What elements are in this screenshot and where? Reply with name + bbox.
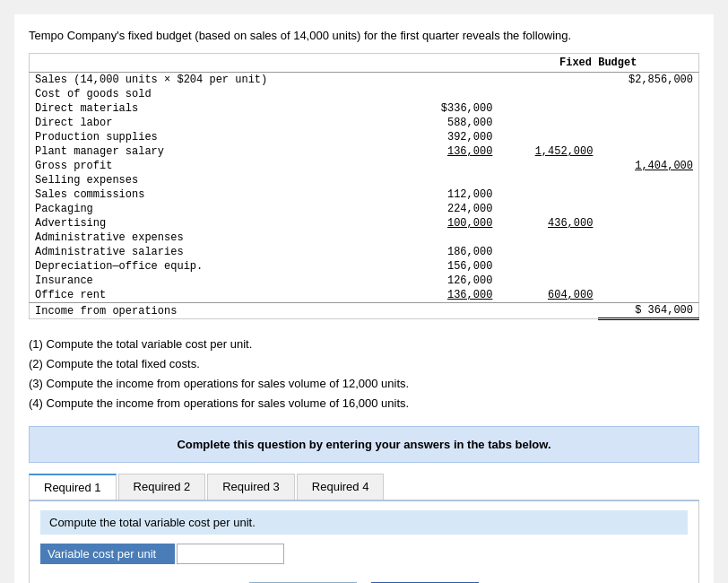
- table-row: Plant manager salary 136,000 1,452,000: [30, 144, 699, 159]
- complete-box: Complete this question by entering your …: [29, 426, 699, 463]
- financial-table: Fixed Budget Sales (14,000 units × $204 …: [29, 53, 699, 320]
- table-header: Fixed Budget: [498, 54, 698, 73]
- table-row: Gross profit 1,404,000: [30, 159, 699, 173]
- tabs-row: Required 1 Required 2 Required 3 Require…: [29, 474, 699, 501]
- input-row: Variable cost per unit: [40, 544, 688, 564]
- table-row: Advertising 100,000 436,000: [30, 216, 699, 231]
- tab-required-2[interactable]: Required 2: [118, 474, 206, 500]
- table-row: Direct materials $336,000: [30, 101, 699, 116]
- tab-content: Compute the total variable cost per unit…: [29, 501, 699, 583]
- question-4: (4) Compute the income from operations f…: [29, 394, 699, 413]
- tab-required-4[interactable]: Required 4: [297, 474, 385, 500]
- intro-text: Tempo Company's fixed budget (based on s…: [29, 29, 699, 42]
- tab-required-1[interactable]: Required 1: [29, 474, 117, 500]
- tab-required-3[interactable]: Required 3: [207, 474, 295, 500]
- table-row: Income from operations $ 364,000: [30, 303, 699, 319]
- table-row: Production supplies 392,000: [30, 130, 699, 144]
- questions-section: (1) Compute the total variable cost per …: [29, 335, 699, 413]
- table-row: Packaging 224,000: [30, 202, 699, 216]
- table-row: Administrative expenses: [30, 231, 699, 245]
- table-row: Insurance 126,000: [30, 274, 699, 288]
- question-3: (3) Compute the income from operations f…: [29, 374, 699, 394]
- variable-cost-label: Variable cost per unit: [40, 544, 175, 564]
- variable-cost-input[interactable]: [177, 544, 284, 564]
- table-row: Selling expenses: [30, 173, 699, 187]
- nav-buttons: < Required 1 Required 2 >: [40, 573, 688, 583]
- table-row: Depreciation—office equip. 156,000: [30, 259, 699, 274]
- table-row: Office rent 136,000 604,000: [30, 288, 699, 303]
- table-row: Sales (14,000 units × $204 per unit) $2,…: [30, 73, 699, 88]
- table-row: Cost of goods sold: [30, 87, 699, 101]
- table-row: Administrative salaries 186,000: [30, 245, 699, 259]
- question-2: (2) Compute the total fixed costs.: [29, 354, 699, 374]
- question-1: (1) Compute the total variable cost per …: [29, 335, 699, 354]
- table-row: Direct labor 588,000: [30, 116, 699, 130]
- table-row: Sales commissions 112,000: [30, 187, 699, 202]
- tab-instruction: Compute the total variable cost per unit…: [40, 510, 688, 535]
